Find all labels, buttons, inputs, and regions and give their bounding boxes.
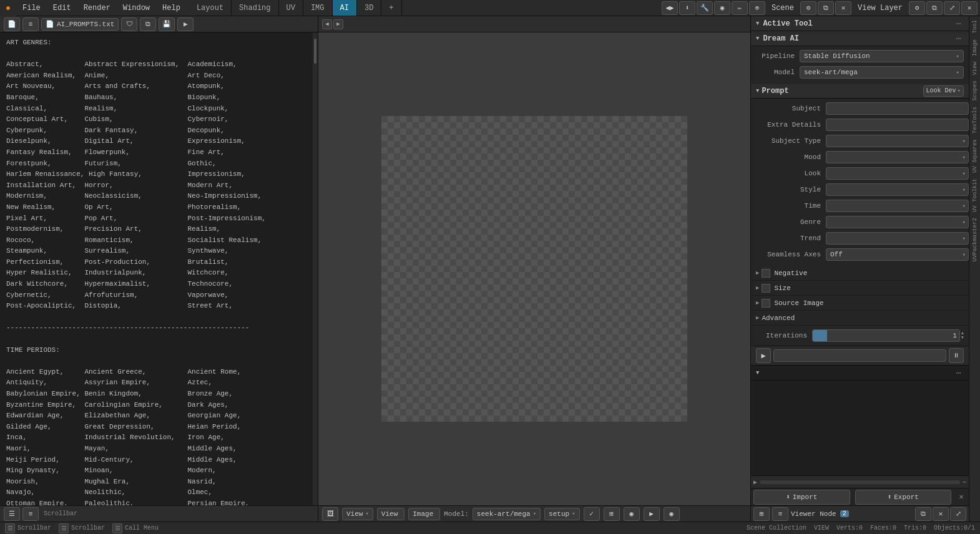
vtab-uvtoolkit[interactable]: UV Toolkit <box>971 176 979 215</box>
subject-input[interactable] <box>826 102 969 115</box>
prompt-header[interactable]: ▼ Prompt Look Dev ▾ <box>751 84 969 99</box>
image-dropdown[interactable]: Image <box>408 508 440 520</box>
size-item[interactable]: ▶ Size <box>751 281 969 296</box>
scene-copy[interactable]: ⧉ <box>818 1 834 15</box>
toolbar-icon-1[interactable]: ◀▶ <box>662 1 678 15</box>
menu-window[interactable]: Window <box>117 0 156 16</box>
preview-menu[interactable]: ⋯ <box>954 367 964 378</box>
text-run[interactable]: ▶ <box>177 17 194 31</box>
export-button[interactable]: ⬆ Export <box>855 490 952 505</box>
text-shield[interactable]: 🛡 <box>121 17 137 31</box>
extra-details-input[interactable] <box>826 119 969 131</box>
menu-file[interactable]: File <box>16 0 47 16</box>
viewport-footer-icon[interactable]: 🖼 <box>322 507 338 521</box>
tab-3d[interactable]: 3D <box>357 0 381 16</box>
advanced-item[interactable]: ▶ Advanced <box>751 311 969 326</box>
source-image-item[interactable]: ▶ Source Image <box>751 296 969 311</box>
file-selector[interactable]: 📄 AI_PROMPTS.txt <box>41 18 119 31</box>
toolbar-icon-5[interactable]: ✏ <box>732 1 748 15</box>
look-dev-dropdown[interactable]: Look Dev ▾ <box>923 85 964 97</box>
genre-dropdown[interactable] <box>826 216 969 228</box>
menu-render[interactable]: Render <box>77 0 117 16</box>
dream-ai-header[interactable]: ▼ Dream AI ⋯ <box>751 31 969 46</box>
view-layer-fullscreen[interactable]: ⤢ <box>944 1 960 15</box>
iterations-arrows[interactable]: ▲ ▼ <box>961 331 964 340</box>
status-icon-center[interactable]: ☰ <box>59 523 69 533</box>
view-dropdown[interactable]: View ▾ <box>342 508 373 520</box>
vtab-view[interactable]: View <box>971 59 979 78</box>
toolbar-icon-4[interactable]: ◉ <box>714 1 730 15</box>
negative-item[interactable]: ▶ Negative <box>751 266 969 281</box>
tab-layout[interactable]: Layout <box>189 0 232 16</box>
mood-dropdown[interactable] <box>826 151 969 163</box>
tab-shading[interactable]: Shading <box>232 0 278 16</box>
trend-dropdown[interactable] <box>826 232 969 245</box>
text-copy[interactable]: ⧉ <box>140 17 156 31</box>
viewport-toggle1[interactable]: ✓ <box>584 507 600 521</box>
vtab-uvpackmaster[interactable]: UVPackmaster2 <box>971 215 979 264</box>
vtab-image[interactable]: Image <box>971 37 979 59</box>
negative-checkbox[interactable] <box>762 269 770 278</box>
view-layer-copy[interactable]: ⧉ <box>926 1 943 15</box>
nav-left[interactable]: ◀ <box>322 19 332 29</box>
toolbar-icon-3[interactable]: 🔧 <box>697 1 713 15</box>
model-dropdown-prop[interactable]: seek-art/mega ▾ <box>800 66 964 79</box>
pause-button[interactable]: ⏸ <box>949 348 964 363</box>
viewport-toggle5[interactable]: ◉ <box>664 507 680 521</box>
viewer-icon[interactable]: ⊞ <box>753 507 770 521</box>
toolbar-icon-2[interactable]: ⬇ <box>679 1 695 15</box>
nav-right[interactable]: ▶ <box>333 19 343 29</box>
view-layer-close[interactable]: ✕ <box>961 1 978 15</box>
timeline-track[interactable] <box>760 480 960 484</box>
viewport-toggle3[interactable]: ◉ <box>624 507 640 521</box>
viewport-area[interactable] <box>318 32 750 505</box>
scene-icon[interactable]: ⚙ <box>800 1 816 15</box>
tab-ai[interactable]: AI <box>333 0 357 16</box>
subject-type-dropdown[interactable] <box>826 135 969 147</box>
left-scrollbar-thumb[interactable] <box>314 39 316 64</box>
source-image-checkbox[interactable] <box>762 299 770 308</box>
tab-uv[interactable]: UV <box>279 0 303 16</box>
close-panel-button[interactable]: ✕ <box>955 491 968 503</box>
footer-icon1[interactable]: ☰ <box>4 507 20 521</box>
timeline-play[interactable]: ▶ <box>753 478 757 486</box>
pipeline-dropdown[interactable]: Stable Diffusion ▾ <box>800 50 964 62</box>
viewer-menu[interactable]: ≡ <box>772 507 788 521</box>
style-dropdown[interactable] <box>826 183 969 196</box>
vtab-textools[interactable]: TexTools <box>971 104 979 136</box>
text-editor-icon[interactable]: 📄 <box>4 17 20 31</box>
active-tool-menu[interactable]: ⋯ <box>954 18 964 29</box>
look-dropdown[interactable] <box>826 167 969 180</box>
subject-text-input[interactable] <box>830 105 964 112</box>
extra-details-text-input[interactable] <box>830 121 964 129</box>
tab-img[interactable]: IMG <box>303 0 333 16</box>
vtab-tool[interactable]: Tool <box>971 17 979 36</box>
vtab-scopes[interactable]: Scopes <box>971 78 979 103</box>
viewer-copy[interactable]: ⧉ <box>915 507 931 521</box>
import-button[interactable]: ⬇ Import <box>753 490 850 505</box>
scene-close[interactable]: ✕ <box>835 1 851 15</box>
text-content[interactable]: ART GENRES: Abstract, Abstract Expressio… <box>0 32 313 505</box>
setup-dropdown[interactable]: setup ▾ <box>544 508 579 520</box>
status-icon-right[interactable]: ☰ <box>112 523 122 533</box>
iterations-slider[interactable]: 1 <box>812 329 960 342</box>
play-button[interactable]: ▶ <box>756 348 771 363</box>
menu-help[interactable]: Help <box>156 0 187 16</box>
active-tool-header[interactable]: ▼ Active Tool ⋯ <box>751 16 969 31</box>
viewport-toggle4[interactable]: ▶ <box>644 507 660 521</box>
text-editor-menu[interactable]: ≡ <box>22 17 39 31</box>
tab-add[interactable]: + <box>381 0 401 16</box>
menu-edit[interactable]: Edit <box>47 0 77 16</box>
dream-ai-menu[interactable]: ⋯ <box>954 33 964 44</box>
view-layer-icon[interactable]: ⚙ <box>909 1 925 15</box>
seamless-axes-dropdown[interactable]: Off <box>826 248 969 261</box>
size-checkbox[interactable] <box>762 284 770 293</box>
viewer-delete[interactable]: ✕ <box>933 507 949 521</box>
status-icon-left[interactable]: ☰ <box>5 523 15 533</box>
viewer-fullscreen[interactable]: ⤢ <box>950 507 966 521</box>
text-save[interactable]: 💾 <box>159 17 175 31</box>
toolbar-icon-6[interactable]: ⊕ <box>749 1 765 15</box>
viewport-toggle2[interactable]: ⊞ <box>604 507 620 521</box>
left-scrollbar[interactable] <box>313 32 318 505</box>
view2-dropdown[interactable]: View <box>377 508 404 520</box>
